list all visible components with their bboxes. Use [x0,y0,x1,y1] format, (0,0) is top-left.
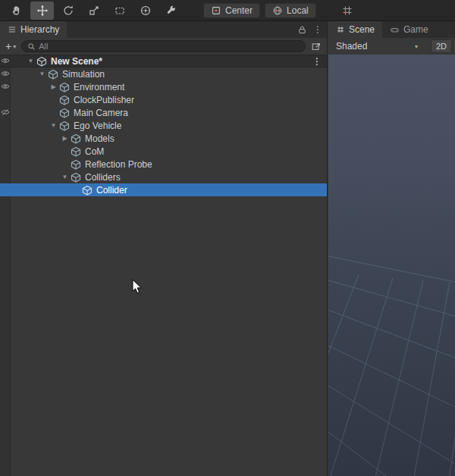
gameobject-cube-icon [82,185,93,196]
create-object-button[interactable]: + ▾ [5,41,16,52]
2d-toggle-label: 2D [436,42,447,51]
rect-tool-button[interactable] [108,2,131,20]
mouse-cursor [132,279,143,295]
item-label: Main Camera [74,108,128,118]
gameobject-cube-icon [71,133,81,144]
foldout-collapsed-icon[interactable]: ▶ [48,83,59,90]
hand-tool-button[interactable] [5,2,28,20]
scene-tab-bar: Scene Game [328,21,455,38]
pivot-center-icon [211,5,221,16]
gameobject-cube-icon [71,159,81,170]
globe-local-icon [272,5,283,16]
scale-icon [88,5,100,17]
item-label: CoM [85,146,104,157]
search-window-button[interactable] [311,41,322,52]
hierarchy-item-environment[interactable]: ▶ Environment [0,80,327,93]
rotate-icon [62,5,74,17]
hierarchy-item-ego-vehicle[interactable]: ▼ Ego Vehicle [0,119,327,132]
draw-mode-label: Shaded [336,41,367,52]
hierarchy-item-models[interactable]: ▶ Models [0,132,327,145]
foldout-expanded-icon[interactable]: ▼ [59,174,71,180]
grid-snapping-button[interactable] [336,2,359,20]
item-label: Models [85,133,115,144]
scene-asset-icon [36,56,47,67]
hamburger-icon [8,25,17,34]
move-tool-button[interactable] [30,2,54,20]
scene-view-toolbar: Shaded ▾ 2D [328,38,455,55]
hierarchy-tab-bar: Hierarchy ⋮ [0,21,327,38]
pivot-mode-label: Center [225,5,253,16]
scene-menu-icon[interactable]: ⋮ [312,57,322,66]
hierarchy-item-main-camera[interactable]: Main Camera [0,106,327,119]
tab-game[interactable]: Game [382,21,436,38]
custom-tool-button[interactable] [159,2,183,20]
foldout-collapsed-icon[interactable]: ▶ [59,135,71,142]
hierarchy-item-reflection-probe[interactable]: Reflection Probe [0,158,327,171]
orientation-mode-label: Local [287,5,309,16]
gameobject-cube-icon [71,146,81,157]
scene-view-panel: Scene Game Shaded ▾ 2D [328,21,455,476]
tab-scene[interactable]: Scene [328,21,382,38]
custom-tools-icon [165,5,177,17]
hierarchy-item-simulation[interactable]: ▼ Simulation [0,67,327,80]
scale-tool-button[interactable] [82,2,105,20]
gameobject-cube-icon [71,172,81,183]
draw-mode-dropdown[interactable]: Shaded ▾ [331,39,422,53]
open-window-icon [311,41,322,52]
hierarchy-item-clockpublisher[interactable]: ClockPublisher [0,93,327,106]
item-label: Ego Vehicle [74,121,121,131]
search-icon [27,42,36,51]
gamepad-icon [390,25,400,35]
foldout-expanded-icon[interactable]: ▼ [36,70,48,77]
item-label: Collider [96,185,127,196]
panel-menu-icon[interactable]: ⋮ [313,25,322,34]
item-label: Reflection Probe [85,159,152,170]
chevron-down-icon: ▾ [415,43,418,50]
lock-icon[interactable] [297,25,307,35]
gameobject-cube-icon [59,82,70,92]
scene-visibility-eye-icon[interactable] [1,56,10,65]
game-tab-label: Game [403,24,428,35]
scene-grid-icon [336,25,345,34]
environment-visibility-eye-icon[interactable] [1,82,10,91]
grid-snap-icon [341,5,353,17]
scene-header-row[interactable]: ▼ New Scene* ⋮ [0,55,327,67]
search-input[interactable] [39,42,300,51]
hierarchy-toolbar: + ▾ [0,38,327,55]
perspective-grid [328,55,455,476]
hierarchy-tab-label: Hierarchy [20,24,59,35]
transform-tool-button[interactable] [133,2,157,20]
rect-tool-icon [114,5,126,17]
camera-visibility-eye-off-icon[interactable] [1,108,10,117]
chevron-down-icon: ▾ [13,43,16,50]
foldout-expanded-icon[interactable]: ▼ [48,122,59,129]
search-box[interactable] [21,40,306,52]
simulation-visibility-eye-icon[interactable] [1,69,10,78]
main-toolbar: Center Local [0,0,455,21]
hierarchy-item-colliders[interactable]: ▼ Colliders [0,171,327,183]
hierarchy-item-collider-selected[interactable]: Collider [0,183,327,196]
scene-name-label: New Scene* [51,56,102,67]
foldout-expanded-icon[interactable]: ▼ [25,58,36,64]
item-label: Simulation [62,69,105,80]
hierarchy-tree: ▼ New Scene* ⋮ ▼ Simulation ▶ Environmen… [0,55,327,476]
rotate-tool-button[interactable] [56,2,80,20]
hierarchy-panel: Hierarchy ⋮ + ▾ [0,21,328,476]
gameobject-cube-icon [59,108,70,118]
2d-toggle-button[interactable]: 2D [431,39,452,53]
gameobject-cube-icon [59,95,70,105]
handle-settings-group: Center Local [203,3,316,18]
item-label: Colliders [85,172,121,183]
tab-hierarchy[interactable]: Hierarchy [0,21,67,38]
transform-icon [140,5,152,17]
plus-icon: + [5,41,11,52]
hierarchy-item-com[interactable]: CoM [0,145,327,158]
scene-viewport[interactable] [328,55,455,476]
orientation-mode-button[interactable]: Local [265,3,316,18]
move-icon [36,5,49,17]
hand-icon [11,5,23,17]
scene-tab-label: Scene [349,24,375,35]
pivot-mode-button[interactable]: Center [203,3,260,18]
gameobject-cube-icon [48,69,58,80]
item-label: Environment [74,82,124,92]
